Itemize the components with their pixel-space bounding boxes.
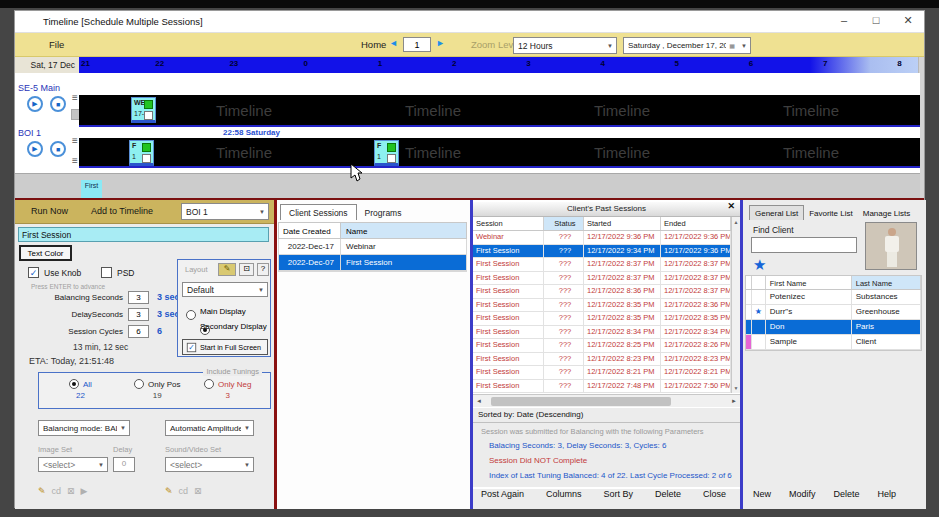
table-row[interactable]: First Session???12/17/2022 7:48 PM12/17/… bbox=[473, 380, 731, 394]
page-next-icon[interactable]: ► bbox=[436, 38, 445, 48]
cd-icon[interactable]: cd bbox=[52, 486, 62, 496]
past-sort-by-button[interactable]: Sort By bbox=[604, 489, 634, 509]
client-help-button[interactable]: Help bbox=[878, 489, 897, 499]
table-row[interactable]: First Session???12/17/2022 8:35 PM12/17/… bbox=[473, 299, 731, 313]
stop-button[interactable]: ■ bbox=[50, 96, 66, 112]
tab-programs[interactable]: Programs bbox=[357, 205, 410, 220]
table-row[interactable]: First Session???12/17/2022 8:34 PM12/17/… bbox=[473, 326, 731, 340]
ruler-ticks[interactable]: 212223012345678 bbox=[79, 57, 920, 73]
table-row[interactable]: DonParis bbox=[746, 320, 921, 335]
balancing-mode-select[interactable]: Balancing mode: BAL ▼ bbox=[38, 420, 130, 436]
past-delete-button[interactable]: Delete bbox=[655, 489, 681, 509]
table-row[interactable]: First Session???12/17/2022 8:36 PM12/17/… bbox=[473, 285, 731, 299]
file-menu[interactable]: File bbox=[49, 39, 64, 50]
use-knob-checkbox[interactable]: ✓ bbox=[28, 267, 39, 278]
tab-favorite-list[interactable]: Favorite List bbox=[804, 206, 858, 220]
table-row[interactable]: First Session???12/17/2022 9:34 PM12/17/… bbox=[473, 245, 731, 259]
main-display-radio[interactable] bbox=[186, 310, 196, 320]
image-set-select[interactable]: <select> ▼ bbox=[38, 457, 108, 472]
image-delay-input[interactable]: 0 bbox=[113, 457, 135, 472]
run-now-button[interactable]: Run Now bbox=[31, 206, 68, 216]
tab-client-sessions[interactable]: Client Sessions bbox=[280, 204, 357, 220]
client-delete-button[interactable]: Delete bbox=[834, 489, 860, 499]
cd-icon[interactable]: cd bbox=[179, 486, 189, 496]
track-bar-se5[interactable]: TimelineTimelineTimelineTimelineWE17- bbox=[79, 95, 920, 127]
radio-only-neg[interactable] bbox=[204, 379, 214, 389]
table-row[interactable]: First Session???12/17/2022 8:23 PM12/17/… bbox=[473, 353, 731, 367]
preview-play-icon[interactable]: ▶ bbox=[81, 486, 88, 496]
column-header[interactable]: Ended bbox=[661, 217, 731, 230]
table-row[interactable]: ★Durr"sGreenhouse bbox=[746, 305, 921, 320]
vertical-scrollbar[interactable]: ▲ ▼ bbox=[731, 217, 740, 393]
psd-checkbox[interactable]: ✓ bbox=[101, 267, 112, 278]
past-close-button[interactable]: Close bbox=[703, 489, 726, 509]
stop-button[interactable]: ■ bbox=[50, 141, 66, 157]
client-modify-button[interactable]: Modify bbox=[789, 489, 816, 499]
session-name-field[interactable]: First Session bbox=[18, 227, 269, 242]
layout-window-button[interactable]: ⊡ bbox=[239, 263, 254, 276]
table-row[interactable]: First Session???12/17/2022 8:25 PM12/17/… bbox=[473, 339, 731, 353]
play-button[interactable]: ▶ bbox=[27, 96, 43, 112]
scroll-left-icon[interactable]: ◄ bbox=[476, 398, 482, 404]
scrollbar-thumb[interactable] bbox=[491, 397, 671, 406]
client-new-button[interactable]: New bbox=[753, 489, 771, 499]
date-picker[interactable]: Saturday , December 17, 2022 ▦ ▼ bbox=[623, 37, 751, 54]
target-device-select[interactable]: BOI 1 ▼ bbox=[181, 203, 269, 220]
column-header[interactable]: Status bbox=[544, 217, 584, 230]
fullscreen-checkbox[interactable]: ✓ bbox=[187, 343, 196, 352]
column-header[interactable]: Started bbox=[584, 217, 661, 230]
horizontal-scrollbar[interactable]: ◄ ► bbox=[473, 394, 740, 407]
edit-pencil-icon[interactable]: ✎ bbox=[38, 486, 46, 496]
mute-icon[interactable]: ⊠ bbox=[194, 486, 202, 496]
timeline-clip[interactable]: WE17- bbox=[131, 97, 156, 123]
column-header[interactable]: Last Name bbox=[852, 276, 921, 289]
play-button[interactable]: ▶ bbox=[27, 141, 43, 157]
radio-all[interactable] bbox=[69, 379, 79, 389]
edit-pencil-icon[interactable]: ✎ bbox=[165, 486, 173, 496]
track-bar-boi1[interactable]: TimelineTimelineTimelineTimelineF1F1 bbox=[79, 138, 920, 168]
table-row[interactable]: First Session???12/17/2022 8:21 PM12/17/… bbox=[473, 366, 731, 380]
timeline-clip[interactable]: F1 bbox=[374, 140, 399, 166]
column-header[interactable]: Date Created bbox=[279, 223, 341, 238]
past-columns-button[interactable]: Columns bbox=[546, 489, 582, 509]
text-color-button[interactable]: Text Color bbox=[19, 245, 72, 261]
grip-icon[interactable]: ≡ bbox=[72, 94, 78, 102]
find-client-input[interactable] bbox=[751, 237, 857, 253]
page-prev-icon[interactable]: ◄ bbox=[389, 38, 398, 48]
table-row[interactable]: First Session???12/17/2022 8:37 PM12/17/… bbox=[473, 272, 731, 286]
tab-manage-lists[interactable]: Manage Lists bbox=[858, 206, 916, 220]
table-row[interactable]: PotenizecSubstances bbox=[746, 290, 921, 305]
zoom-level-select[interactable]: 12 Hours ▼ bbox=[513, 37, 617, 54]
column-header[interactable]: Session bbox=[473, 217, 544, 230]
minimize-button[interactable]: – bbox=[838, 14, 850, 27]
table-row[interactable]: First Session???12/17/2022 8:37 PM12/17/… bbox=[473, 258, 731, 272]
column-header[interactable]: First Name bbox=[766, 276, 852, 289]
add-to-timeline-button[interactable]: Add to Timeline bbox=[91, 206, 153, 216]
layout-help-button[interactable]: ? bbox=[257, 263, 269, 276]
edit-pencil-button[interactable]: ✎ bbox=[218, 263, 236, 276]
tab-general-list[interactable]: General List bbox=[749, 205, 804, 220]
page-number-input[interactable] bbox=[403, 37, 431, 52]
mute-icon[interactable]: ⊠ bbox=[67, 486, 75, 496]
home-label[interactable]: Home bbox=[361, 39, 386, 50]
scroll-down-icon[interactable]: ▼ bbox=[732, 385, 740, 391]
scroll-right-icon[interactable]: ► bbox=[731, 398, 737, 404]
grip-icon[interactable]: ≡ bbox=[72, 137, 78, 145]
amplitude-mode-select[interactable]: Automatic Amplitude ▼ bbox=[165, 420, 254, 436]
table-row[interactable]: Webinar???12/17/2022 9:36 PM12/17/2022 9… bbox=[473, 231, 731, 245]
layout-preset-select[interactable]: Default ▼ bbox=[182, 282, 268, 297]
delay-seconds-input[interactable]: 3 bbox=[128, 308, 149, 321]
table-row[interactable]: 2022-Dec-17Webinar bbox=[279, 239, 466, 255]
grip-icon[interactable]: ≡ bbox=[72, 157, 78, 165]
close-button[interactable]: ✕ bbox=[902, 14, 914, 27]
scroll-up-icon[interactable]: ▲ bbox=[732, 217, 740, 225]
balancing-seconds-input[interactable]: 3 bbox=[128, 291, 149, 304]
radio-only-pos[interactable] bbox=[134, 379, 144, 389]
sound-video-set-select[interactable]: <select> ▼ bbox=[165, 457, 254, 472]
client-photo[interactable] bbox=[865, 222, 917, 270]
favorite-star-icon[interactable]: ★ bbox=[753, 256, 766, 274]
table-row[interactable]: First Session???12/17/2022 8:35 PM12/17/… bbox=[473, 312, 731, 326]
table-row[interactable]: SampleClient bbox=[746, 335, 921, 350]
past-post-again-button[interactable]: Post Again bbox=[481, 489, 524, 509]
table-row[interactable]: 2022-Dec-07First Session bbox=[279, 255, 466, 271]
